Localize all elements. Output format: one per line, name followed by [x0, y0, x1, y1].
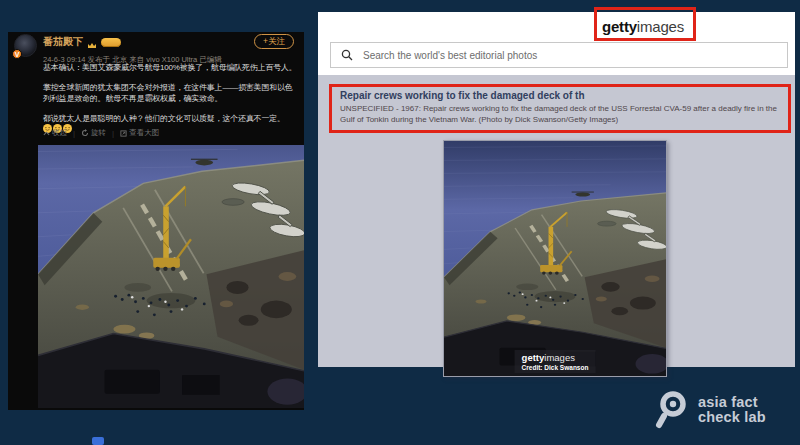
collapse-action[interactable]: 收起	[43, 128, 67, 138]
weibo-post-panel: V 番茄殿下 24-6-3 09:14 发布于 北京 来自 vivo X100 …	[8, 32, 304, 410]
follow-button[interactable]: +关注	[254, 34, 294, 49]
view-large-action[interactable]: 查看大图	[120, 128, 159, 138]
cropped-blue-icon	[92, 437, 104, 445]
collapse-icon	[43, 130, 50, 137]
asia-fact-check-lab-logo: asia fact check lab	[653, 389, 766, 431]
expand-icon	[120, 130, 127, 137]
verified-v-icon: V	[12, 49, 22, 59]
fact-check-composite: V 番茄殿下 24-6-3 09:14 发布于 北京 来自 vivo X100 …	[0, 0, 800, 445]
getty-carrier-photo[interactable]: gettyimages Credit: Dick Swanson	[443, 140, 667, 377]
vip-level-badge-icon	[101, 38, 121, 47]
divider: |	[112, 129, 114, 138]
divider: |	[73, 129, 75, 138]
logo-line-2: check lab	[698, 410, 766, 425]
caption-body: UNSPECIFIED - 1967: Repair crews working…	[340, 104, 780, 125]
logo-line-1: asia fact	[698, 395, 766, 410]
crown-badge-icon	[87, 37, 97, 47]
logo-bold-text: getty	[602, 18, 637, 35]
post-paragraph: 基本确认：美国艾森豪威尔号航母100%被换了，航母编队死伤上百号人。	[43, 62, 297, 73]
image-toolbar: 收起 | 旋转 | 查看大图	[43, 128, 159, 138]
logo-light-text: images	[637, 18, 684, 35]
image-viewer-backdrop: Repair crews working to fix the damaged …	[318, 75, 795, 367]
getty-watermark: gettyimages Credit: Dick Swanson	[515, 350, 596, 373]
watermark-credit: Credit: Dick Swanson	[522, 364, 589, 371]
username[interactable]: 番茄殿下	[43, 35, 83, 49]
caption-title[interactable]: Repair crews working to fix the damaged …	[340, 90, 780, 101]
watermark-light-text: images	[544, 352, 575, 363]
rotate-action[interactable]: 旋转	[81, 128, 106, 138]
avatar[interactable]: V	[14, 34, 38, 58]
gettyimages-logo[interactable]: gettyimages	[602, 18, 684, 35]
caption-block-highlighted: Repair crews working to fix the damaged …	[329, 84, 791, 133]
search-icon	[341, 49, 353, 61]
weibo-carrier-photo[interactable]	[38, 145, 304, 408]
search-bar[interactable]	[330, 42, 788, 68]
post-paragraph: 掌控全球新闻的犹太集团不会对外报道，在这件事上——损害美国和以色列利益是致命的。…	[43, 82, 297, 104]
logo-text: asia fact check lab	[698, 395, 766, 425]
magnifier-logo-icon	[653, 389, 689, 431]
getty-images-panel: gettyimages Repair crews working to fix …	[318, 12, 795, 367]
search-input[interactable]	[363, 50, 777, 61]
rotate-icon	[81, 129, 89, 137]
watermark-bold-text: getty	[522, 352, 545, 363]
